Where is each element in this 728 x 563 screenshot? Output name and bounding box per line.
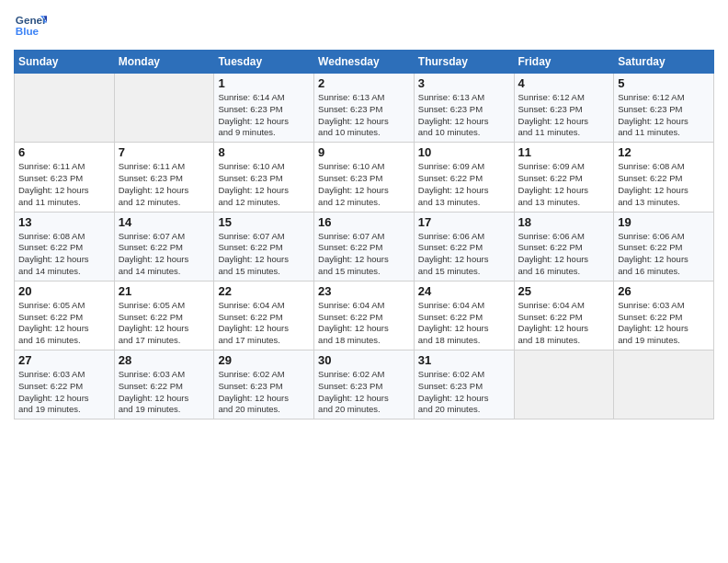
calendar-cell: 19Sunrise: 6:06 AM Sunset: 6:22 PM Dayli… [614, 212, 714, 281]
day-number: 26 [618, 284, 710, 298]
day-info: Sunrise: 6:02 AM Sunset: 6:23 PM Dayligh… [418, 369, 510, 416]
day-number: 9 [318, 145, 410, 159]
day-info: Sunrise: 6:04 AM Sunset: 6:22 PM Dayligh… [518, 300, 610, 347]
day-info: Sunrise: 6:05 AM Sunset: 6:22 PM Dayligh… [18, 300, 110, 347]
calendar-cell: 18Sunrise: 6:06 AM Sunset: 6:22 PM Dayli… [514, 212, 614, 281]
day-number: 19 [618, 215, 710, 229]
calendar-cell: 8Sunrise: 6:10 AM Sunset: 6:23 PM Daylig… [214, 143, 314, 212]
calendar-cell [114, 74, 214, 143]
calendar-cell: 2Sunrise: 6:13 AM Sunset: 6:23 PM Daylig… [314, 74, 415, 143]
day-info: Sunrise: 6:03 AM Sunset: 6:22 PM Dayligh… [18, 369, 110, 416]
day-info: Sunrise: 6:13 AM Sunset: 6:23 PM Dayligh… [318, 92, 410, 139]
day-number: 30 [318, 353, 410, 367]
day-number: 29 [218, 353, 310, 367]
calendar-cell: 9Sunrise: 6:10 AM Sunset: 6:23 PM Daylig… [314, 143, 415, 212]
day-number: 25 [518, 284, 610, 298]
svg-text:Blue: Blue [16, 25, 40, 37]
day-number: 23 [318, 284, 410, 298]
week-row-4: 27Sunrise: 6:03 AM Sunset: 6:22 PM Dayli… [15, 350, 714, 419]
weekday-header-monday: Monday [114, 51, 214, 74]
day-number: 14 [119, 215, 210, 229]
calendar-cell: 28Sunrise: 6:03 AM Sunset: 6:22 PM Dayli… [114, 350, 214, 419]
calendar-cell: 23Sunrise: 6:04 AM Sunset: 6:22 PM Dayli… [314, 281, 415, 350]
day-number: 16 [318, 215, 410, 229]
day-info: Sunrise: 6:13 AM Sunset: 6:23 PM Dayligh… [418, 92, 510, 139]
day-info: Sunrise: 6:04 AM Sunset: 6:22 PM Dayligh… [318, 300, 410, 347]
day-info: Sunrise: 6:08 AM Sunset: 6:22 PM Dayligh… [18, 231, 110, 278]
weekday-header-saturday: Saturday [614, 51, 714, 74]
day-info: Sunrise: 6:11 AM Sunset: 6:23 PM Dayligh… [119, 161, 210, 208]
day-number: 4 [518, 76, 610, 90]
day-info: Sunrise: 6:03 AM Sunset: 6:22 PM Dayligh… [119, 369, 210, 416]
calendar-cell: 16Sunrise: 6:07 AM Sunset: 6:22 PM Dayli… [314, 212, 415, 281]
day-number: 6 [18, 145, 110, 159]
day-info: Sunrise: 6:06 AM Sunset: 6:22 PM Dayligh… [518, 231, 610, 278]
weekday-header-friday: Friday [514, 51, 614, 74]
calendar-cell: 3Sunrise: 6:13 AM Sunset: 6:23 PM Daylig… [414, 74, 514, 143]
calendar-cell: 12Sunrise: 6:08 AM Sunset: 6:22 PM Dayli… [614, 143, 714, 212]
day-info: Sunrise: 6:10 AM Sunset: 6:23 PM Dayligh… [218, 161, 310, 208]
day-number: 17 [418, 215, 510, 229]
day-number: 31 [418, 353, 510, 367]
calendar-cell: 6Sunrise: 6:11 AM Sunset: 6:23 PM Daylig… [15, 143, 115, 212]
calendar-cell: 24Sunrise: 6:04 AM Sunset: 6:22 PM Dayli… [414, 281, 514, 350]
day-info: Sunrise: 6:07 AM Sunset: 6:22 PM Dayligh… [218, 231, 310, 278]
calendar-cell [514, 350, 614, 419]
day-info: Sunrise: 6:07 AM Sunset: 6:22 PM Dayligh… [119, 231, 210, 278]
logo: General Blue [14, 9, 47, 42]
calendar-cell: 15Sunrise: 6:07 AM Sunset: 6:22 PM Dayli… [214, 212, 314, 281]
day-info: Sunrise: 6:05 AM Sunset: 6:22 PM Dayligh… [119, 300, 210, 347]
calendar-cell: 22Sunrise: 6:04 AM Sunset: 6:22 PM Dayli… [214, 281, 314, 350]
calendar-cell: 13Sunrise: 6:08 AM Sunset: 6:22 PM Dayli… [15, 212, 115, 281]
weekday-header-tuesday: Tuesday [214, 51, 314, 74]
day-info: Sunrise: 6:02 AM Sunset: 6:23 PM Dayligh… [318, 369, 410, 416]
day-info: Sunrise: 6:04 AM Sunset: 6:22 PM Dayligh… [218, 300, 310, 347]
calendar-cell: 14Sunrise: 6:07 AM Sunset: 6:22 PM Dayli… [114, 212, 214, 281]
day-info: Sunrise: 6:03 AM Sunset: 6:22 PM Dayligh… [618, 300, 710, 347]
weekday-header-sunday: Sunday [15, 51, 115, 74]
day-number: 13 [18, 215, 110, 229]
day-info: Sunrise: 6:09 AM Sunset: 6:22 PM Dayligh… [418, 161, 510, 208]
calendar-cell: 31Sunrise: 6:02 AM Sunset: 6:23 PM Dayli… [414, 350, 514, 419]
day-number: 20 [18, 284, 110, 298]
day-number: 22 [218, 284, 310, 298]
weekday-header-wednesday: Wednesday [314, 51, 415, 74]
calendar-cell: 11Sunrise: 6:09 AM Sunset: 6:22 PM Dayli… [514, 143, 614, 212]
calendar-cell: 21Sunrise: 6:05 AM Sunset: 6:22 PM Dayli… [114, 281, 214, 350]
calendar-cell [15, 74, 115, 143]
calendar-table: SundayMondayTuesdayWednesdayThursdayFrid… [14, 50, 714, 419]
day-number: 10 [418, 145, 510, 159]
day-info: Sunrise: 6:02 AM Sunset: 6:23 PM Dayligh… [218, 369, 310, 416]
day-number: 7 [119, 145, 210, 159]
day-number: 2 [318, 76, 410, 90]
day-number: 18 [518, 215, 610, 229]
day-info: Sunrise: 6:10 AM Sunset: 6:23 PM Dayligh… [318, 161, 410, 208]
calendar-cell: 26Sunrise: 6:03 AM Sunset: 6:22 PM Dayli… [614, 281, 714, 350]
page-header: General Blue [14, 9, 714, 42]
calendar-cell: 25Sunrise: 6:04 AM Sunset: 6:22 PM Dayli… [514, 281, 614, 350]
day-info: Sunrise: 6:06 AM Sunset: 6:22 PM Dayligh… [618, 231, 710, 278]
day-info: Sunrise: 6:04 AM Sunset: 6:22 PM Dayligh… [418, 300, 510, 347]
calendar-cell: 17Sunrise: 6:06 AM Sunset: 6:22 PM Dayli… [414, 212, 514, 281]
logo-icon: General Blue [14, 9, 47, 42]
day-info: Sunrise: 6:08 AM Sunset: 6:22 PM Dayligh… [618, 161, 710, 208]
calendar-cell: 1Sunrise: 6:14 AM Sunset: 6:23 PM Daylig… [214, 74, 314, 143]
day-number: 24 [418, 284, 510, 298]
day-info: Sunrise: 6:11 AM Sunset: 6:23 PM Dayligh… [18, 161, 110, 208]
day-number: 21 [119, 284, 210, 298]
weekday-header-row: SundayMondayTuesdayWednesdayThursdayFrid… [15, 51, 714, 74]
calendar-cell: 27Sunrise: 6:03 AM Sunset: 6:22 PM Dayli… [15, 350, 115, 419]
calendar-cell: 4Sunrise: 6:12 AM Sunset: 6:23 PM Daylig… [514, 74, 614, 143]
calendar-cell: 7Sunrise: 6:11 AM Sunset: 6:23 PM Daylig… [114, 143, 214, 212]
week-row-3: 20Sunrise: 6:05 AM Sunset: 6:22 PM Dayli… [15, 281, 714, 350]
day-number: 1 [218, 76, 310, 90]
calendar-cell: 20Sunrise: 6:05 AM Sunset: 6:22 PM Dayli… [15, 281, 115, 350]
day-info: Sunrise: 6:14 AM Sunset: 6:23 PM Dayligh… [218, 92, 310, 139]
day-info: Sunrise: 6:07 AM Sunset: 6:22 PM Dayligh… [318, 231, 410, 278]
day-number: 15 [218, 215, 310, 229]
week-row-2: 13Sunrise: 6:08 AM Sunset: 6:22 PM Dayli… [15, 212, 714, 281]
day-info: Sunrise: 6:12 AM Sunset: 6:23 PM Dayligh… [618, 92, 710, 139]
calendar-cell: 5Sunrise: 6:12 AM Sunset: 6:23 PM Daylig… [614, 74, 714, 143]
calendar-cell [614, 350, 714, 419]
calendar-cell: 10Sunrise: 6:09 AM Sunset: 6:22 PM Dayli… [414, 143, 514, 212]
